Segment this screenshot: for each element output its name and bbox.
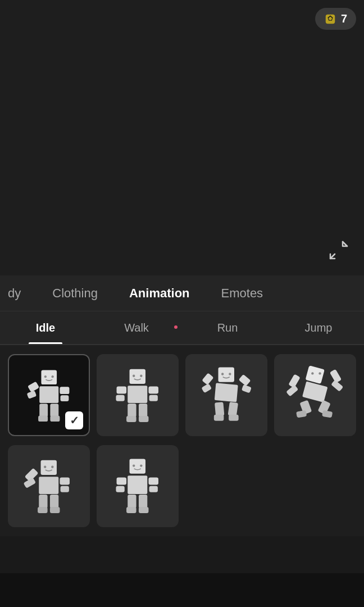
- svg-rect-44: [302, 382, 327, 403]
- svg-rect-76: [139, 507, 149, 513]
- svg-point-30: [221, 373, 224, 375]
- selected-badge-1: ✓: [65, 411, 83, 429]
- svg-rect-41: [306, 365, 325, 384]
- bottom-bar: [0, 573, 364, 607]
- collapse-button[interactable]: [326, 237, 352, 263]
- svg-rect-8: [39, 386, 58, 403]
- svg-rect-36: [242, 384, 252, 393]
- svg-rect-75: [126, 507, 136, 513]
- svg-rect-38: [228, 402, 239, 416]
- animation-grid-row1: ✓: [0, 345, 364, 445]
- grid-empty-2: [274, 445, 356, 527]
- animation-grid-row2: [0, 445, 364, 536]
- svg-rect-70: [116, 486, 125, 492]
- anim-figure-2: [97, 354, 179, 436]
- svg-rect-60: [61, 486, 69, 492]
- tab-body[interactable]: dy: [0, 275, 37, 311]
- svg-point-7: [51, 375, 53, 378]
- svg-point-42: [311, 372, 313, 374]
- svg-point-55: [51, 466, 53, 468]
- svg-rect-12: [60, 395, 69, 401]
- svg-rect-15: [38, 415, 48, 422]
- collapse-icon: [326, 237, 352, 263]
- tab-clothing[interactable]: Clothing: [37, 275, 113, 311]
- svg-point-6: [44, 375, 46, 378]
- currency-amount: 7: [341, 12, 347, 25]
- svg-rect-68: [128, 475, 147, 494]
- character-svg-2: [107, 364, 169, 426]
- svg-rect-34: [202, 383, 212, 393]
- anim-figure-1: [9, 355, 89, 435]
- animation-item-3[interactable]: [185, 354, 267, 436]
- svg-rect-13: [39, 404, 48, 416]
- svg-point-66: [133, 465, 135, 467]
- svg-point-18: [133, 375, 135, 377]
- svg-rect-5: [41, 370, 57, 384]
- svg-point-31: [229, 373, 231, 375]
- svg-rect-52: [322, 410, 333, 418]
- svg-rect-26: [139, 404, 147, 417]
- character-svg-5: [18, 455, 80, 517]
- tab-animation[interactable]: Animation: [113, 275, 206, 311]
- svg-rect-65: [130, 459, 145, 474]
- svg-rect-22: [116, 395, 125, 401]
- character-svg-6: [107, 455, 169, 517]
- svg-rect-71: [149, 478, 159, 485]
- svg-rect-21: [117, 387, 127, 394]
- sub-tabs: Idle Walk Run Jump: [0, 311, 364, 345]
- svg-rect-16: [50, 415, 60, 422]
- svg-rect-17: [130, 369, 145, 384]
- svg-rect-62: [50, 495, 58, 508]
- svg-rect-27: [126, 416, 136, 422]
- svg-rect-25: [128, 404, 136, 417]
- svg-rect-56: [39, 477, 58, 495]
- subtab-run[interactable]: Run: [182, 311, 273, 344]
- tab-emotes[interactable]: Emotes: [206, 275, 279, 311]
- grid-empty-1: [185, 445, 267, 527]
- svg-point-54: [44, 466, 46, 468]
- svg-rect-23: [149, 387, 159, 394]
- robux-icon: [324, 13, 336, 25]
- animation-item-4[interactable]: [274, 354, 356, 436]
- category-tabs: dy Clothing Animation Emotes: [0, 275, 364, 311]
- subtab-jump[interactable]: Jump: [273, 311, 364, 344]
- svg-rect-73: [128, 495, 136, 508]
- svg-rect-14: [50, 404, 58, 416]
- subtab-idle[interactable]: Idle: [0, 311, 91, 344]
- svg-rect-74: [139, 495, 147, 508]
- svg-rect-35: [239, 374, 251, 386]
- svg-rect-29: [219, 368, 234, 382]
- animation-item-2[interactable]: [97, 354, 179, 436]
- svg-rect-33: [202, 373, 213, 386]
- svg-rect-72: [149, 486, 158, 492]
- svg-rect-20: [128, 386, 147, 404]
- svg-rect-40: [229, 415, 239, 421]
- character-svg-1: [19, 365, 79, 425]
- anim-figure-4: [274, 354, 356, 436]
- svg-rect-61: [39, 495, 47, 508]
- animation-item-1[interactable]: ✓: [8, 354, 90, 436]
- currency-badge: 7: [315, 8, 356, 30]
- svg-point-19: [140, 375, 142, 377]
- svg-rect-11: [60, 387, 69, 394]
- svg-rect-24: [149, 395, 158, 401]
- svg-point-67: [140, 465, 142, 467]
- svg-rect-64: [50, 507, 60, 513]
- character-preview-area: 7: [0, 0, 364, 275]
- svg-rect-53: [41, 460, 57, 475]
- svg-rect-69: [117, 478, 127, 485]
- subtab-walk[interactable]: Walk: [91, 311, 182, 344]
- animation-item-5[interactable]: [8, 445, 90, 527]
- svg-rect-9: [28, 381, 39, 392]
- svg-rect-59: [60, 478, 70, 485]
- svg-rect-28: [139, 416, 149, 422]
- anim-figure-3: [185, 354, 267, 436]
- svg-rect-37: [215, 402, 224, 416]
- animation-item-6[interactable]: [97, 445, 179, 527]
- anim-figure-6: [97, 445, 179, 527]
- svg-rect-63: [38, 507, 48, 513]
- svg-rect-32: [215, 383, 238, 402]
- character-svg-3: [195, 364, 257, 426]
- svg-rect-51: [296, 410, 307, 418]
- svg-rect-10: [26, 390, 37, 398]
